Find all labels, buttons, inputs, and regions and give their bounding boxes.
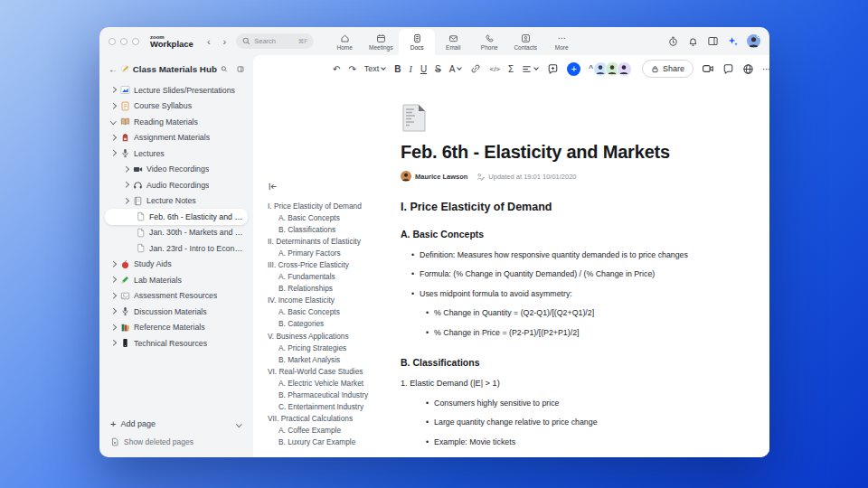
outline-item[interactable]: V. Business Applications — [268, 330, 393, 342]
global-search-input[interactable]: Search ⌘F — [236, 33, 314, 49]
text-color-dropdown[interactable]: A — [449, 64, 463, 74]
outline-item[interactable]: A. Coffee Example — [268, 425, 393, 436]
sidebar-item-lecture-notes[interactable]: Lecture Notes — [105, 193, 248, 210]
sidebar-search-icon[interactable] — [221, 64, 228, 74]
outline-item[interactable]: II. Determinants of Elasticity — [268, 235, 393, 247]
sidebar-item-assignment-materials[interactable]: Assignment Materials — [105, 130, 248, 146]
comment-add-icon[interactable] — [547, 63, 559, 75]
outline-item[interactable]: B. Relationships — [268, 283, 393, 295]
minimize-window-button[interactable] — [120, 38, 127, 45]
text-style-dropdown[interactable]: Text — [364, 64, 387, 73]
chevron-right-icon[interactable] — [110, 340, 117, 346]
maximize-window-button[interactable] — [132, 38, 139, 45]
outline-item[interactable]: IV. Income Elasticity — [268, 295, 393, 306]
outline-item[interactable]: B. Pharmaceutical Industry — [268, 389, 393, 401]
outline-item[interactable]: B. Classifications — [268, 223, 393, 235]
more-options-button[interactable]: ⋯ — [762, 64, 769, 74]
code-icon[interactable]: </> — [489, 65, 500, 73]
sidebar-item-course-syllabus[interactable]: Course Syllabus — [105, 99, 248, 115]
sidebar-item-assessment-resources[interactable]: Assessment Resources — [105, 288, 248, 305]
sidebar-item-lectures[interactable]: Lectures — [105, 145, 248, 162]
chevron-right-icon[interactable] — [123, 182, 129, 188]
nav-back-button[interactable]: ‹ — [204, 36, 213, 47]
chevron-down-icon[interactable] — [110, 118, 117, 125]
chevron-right-icon[interactable] — [110, 103, 117, 109]
add-page-button[interactable]: + Add page — [110, 418, 242, 429]
sidebar-item-reading-materials[interactable]: Reading Materials — [105, 114, 248, 130]
ai-insert-button[interactable]: + — [567, 62, 580, 76]
sidebar-item-page-feb-6[interactable]: Feb. 6th - Elasticity and M... — [105, 209, 248, 225]
chevron-right-icon[interactable] — [110, 324, 117, 331]
close-window-button[interactable] — [108, 38, 116, 45]
chat-icon[interactable] — [722, 63, 734, 75]
tab-home[interactable]: Home — [326, 29, 363, 55]
tab-meetings[interactable]: Meetings — [363, 29, 399, 55]
outline-item[interactable]: VI. Real-World Case Studies — [268, 365, 393, 377]
tab-contacts[interactable]: Contacts — [507, 29, 543, 55]
outline-item[interactable]: A. Electric Vehicle Market — [268, 377, 393, 389]
outline-item[interactable]: VII. Practical Calculations — [268, 413, 393, 425]
undo-button[interactable]: ↶ — [333, 64, 340, 74]
tab-email[interactable]: Email — [435, 29, 471, 55]
tab-more[interactable]: ⋯ More — [543, 29, 580, 55]
outline-item[interactable]: B. Luxury Car Example — [268, 436, 393, 448]
outline-item[interactable]: B. Categories — [268, 318, 393, 330]
sidebar-item-audio-recordings[interactable]: Audio Recordings — [105, 177, 248, 193]
tab-phone[interactable]: Phone — [471, 29, 507, 55]
chevron-right-icon[interactable] — [110, 277, 117, 283]
outline-item[interactable]: A. Basic Concepts — [268, 306, 393, 318]
chevron-right-icon[interactable] — [110, 135, 117, 141]
outline-item[interactable]: I. Price Elasticity of Demand — [268, 200, 393, 211]
sidebar-item-reference-materials[interactable]: Reference Materials — [105, 320, 248, 336]
document-page-icon — [401, 103, 428, 133]
side-panel-icon[interactable] — [707, 35, 719, 47]
tab-docs[interactable]: Docs — [399, 29, 435, 55]
sidebar-item-discussion-materials[interactable]: Discussion Materials — [105, 304, 248, 320]
sidebar-item-video-recordings[interactable]: Video Recordings — [105, 162, 248, 178]
align-dropdown[interactable] — [522, 64, 539, 74]
outline-item[interactable]: A. Basic Concepts — [268, 211, 393, 223]
strikethrough-button[interactable]: S — [435, 64, 441, 74]
ai-companion-sparkle-icon[interactable] — [727, 35, 739, 47]
sidebar-item-page-jan-30[interactable]: Jan. 30th - Markets and P... — [105, 225, 248, 241]
chevron-right-icon[interactable] — [123, 198, 129, 204]
chevron-right-icon[interactable] — [110, 293, 117, 299]
chevron-right-icon[interactable] — [110, 150, 117, 156]
nav-forward-button[interactable]: › — [221, 36, 230, 47]
sidebar-item-lab-materials[interactable]: Lab Materials — [105, 272, 248, 288]
video-call-icon[interactable] — [702, 62, 714, 75]
redo-button[interactable]: ↷ — [348, 64, 355, 74]
sidebar-item-study-aids[interactable]: Study Aids — [105, 257, 248, 273]
collaborator-avatar-3[interactable] — [617, 61, 632, 77]
sidebar-item-page-jan-23[interactable]: Jan. 23rd - Intro to Econo... — [105, 240, 248, 257]
outline-item[interactable]: C. Entertainment Industry — [268, 401, 393, 413]
formula-icon[interactable]: Σ — [508, 64, 514, 74]
italic-button[interactable]: I — [410, 64, 412, 74]
chevron-right-icon[interactable] — [110, 261, 117, 267]
outline-item[interactable]: B. Market Analysis — [268, 353, 393, 365]
notifications-bell-icon[interactable] — [687, 35, 699, 47]
user-avatar[interactable] — [747, 34, 760, 48]
document-content[interactable]: Feb. 6th - Elasticity and Markets Mauric… — [393, 82, 769, 457]
chevron-right-icon[interactable] — [110, 87, 117, 93]
history-clock-icon[interactable] — [667, 35, 679, 47]
chevron-right-icon[interactable] — [123, 166, 129, 173]
globe-icon[interactable] — [742, 63, 754, 75]
chevron-right-icon[interactable] — [110, 308, 117, 314]
collapse-outline-button[interactable] — [268, 182, 393, 192]
collapse-sidebar-icon[interactable] — [237, 64, 244, 74]
link-icon[interactable] — [470, 63, 481, 74]
underline-button[interactable]: U — [420, 64, 427, 74]
sidebar-item-technical-resources[interactable]: Technical Resources — [105, 335, 248, 352]
outline-item[interactable]: A. Primary Factors — [268, 247, 393, 258]
collaborator-avatars[interactable] — [593, 61, 632, 77]
sidebar-back-button[interactable]: ← — [108, 64, 118, 74]
outline-item[interactable]: A. Fundamentals — [268, 271, 393, 283]
show-deleted-pages-button[interactable]: Show deleted pages — [110, 437, 242, 446]
bold-button[interactable]: B — [394, 64, 401, 74]
outline-item[interactable]: A. Pricing Strategies — [268, 342, 393, 353]
outline-item[interactable]: III. Cross-Price Elasticity — [268, 258, 393, 270]
chevron-down-icon[interactable] — [236, 421, 242, 427]
sidebar-item-lecture-slides[interactable]: Lecture Slides/Presentations — [105, 82, 248, 99]
share-button[interactable]: Share — [642, 60, 693, 78]
